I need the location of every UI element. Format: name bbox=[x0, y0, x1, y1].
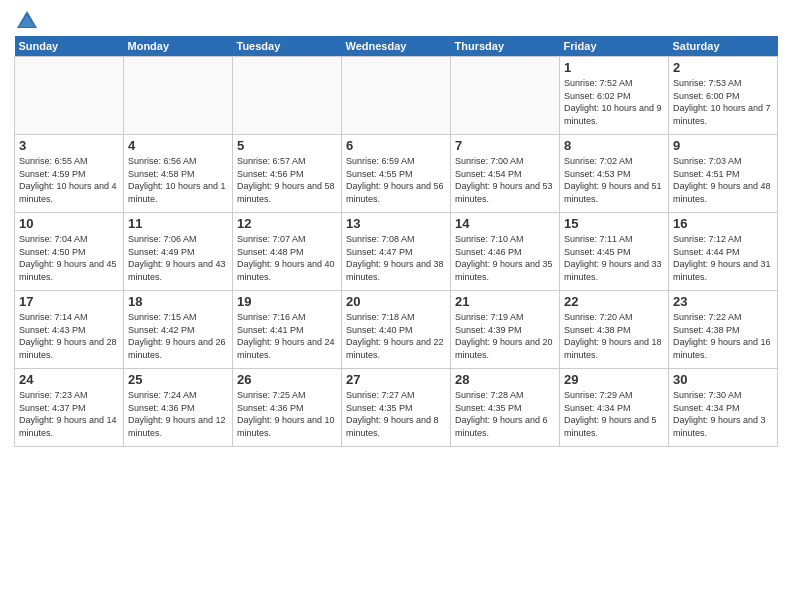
header-row bbox=[14, 10, 778, 30]
day-number: 13 bbox=[346, 216, 446, 231]
day-cell: 23Sunrise: 7:22 AM Sunset: 4:38 PM Dayli… bbox=[669, 291, 778, 369]
day-number: 21 bbox=[455, 294, 555, 309]
day-cell: 26Sunrise: 7:25 AM Sunset: 4:36 PM Dayli… bbox=[233, 369, 342, 447]
day-info: Sunrise: 7:12 AM Sunset: 4:44 PM Dayligh… bbox=[673, 233, 773, 283]
day-number: 6 bbox=[346, 138, 446, 153]
day-info: Sunrise: 7:22 AM Sunset: 4:38 PM Dayligh… bbox=[673, 311, 773, 361]
week-row-1: 3Sunrise: 6:55 AM Sunset: 4:59 PM Daylig… bbox=[15, 135, 778, 213]
day-info: Sunrise: 7:16 AM Sunset: 4:41 PM Dayligh… bbox=[237, 311, 337, 361]
day-number: 15 bbox=[564, 216, 664, 231]
week-row-4: 24Sunrise: 7:23 AM Sunset: 4:37 PM Dayli… bbox=[15, 369, 778, 447]
day-cell: 21Sunrise: 7:19 AM Sunset: 4:39 PM Dayli… bbox=[451, 291, 560, 369]
day-number: 23 bbox=[673, 294, 773, 309]
day-info: Sunrise: 7:07 AM Sunset: 4:48 PM Dayligh… bbox=[237, 233, 337, 283]
dow-sunday: Sunday bbox=[15, 36, 124, 57]
day-number: 17 bbox=[19, 294, 119, 309]
day-info: Sunrise: 6:57 AM Sunset: 4:56 PM Dayligh… bbox=[237, 155, 337, 205]
week-row-2: 10Sunrise: 7:04 AM Sunset: 4:50 PM Dayli… bbox=[15, 213, 778, 291]
day-number: 26 bbox=[237, 372, 337, 387]
day-cell: 11Sunrise: 7:06 AM Sunset: 4:49 PM Dayli… bbox=[124, 213, 233, 291]
day-number: 25 bbox=[128, 372, 228, 387]
day-info: Sunrise: 7:15 AM Sunset: 4:42 PM Dayligh… bbox=[128, 311, 228, 361]
logo-general bbox=[14, 10, 40, 30]
day-cell bbox=[233, 57, 342, 135]
week-row-0: 1Sunrise: 7:52 AM Sunset: 6:02 PM Daylig… bbox=[15, 57, 778, 135]
day-number: 8 bbox=[564, 138, 664, 153]
day-number: 12 bbox=[237, 216, 337, 231]
day-number: 27 bbox=[346, 372, 446, 387]
day-cell: 20Sunrise: 7:18 AM Sunset: 4:40 PM Dayli… bbox=[342, 291, 451, 369]
day-number: 1 bbox=[564, 60, 664, 75]
day-cell: 4Sunrise: 6:56 AM Sunset: 4:58 PM Daylig… bbox=[124, 135, 233, 213]
logo-text-block bbox=[14, 10, 40, 30]
day-info: Sunrise: 6:59 AM Sunset: 4:55 PM Dayligh… bbox=[346, 155, 446, 205]
day-cell bbox=[15, 57, 124, 135]
day-info: Sunrise: 7:11 AM Sunset: 4:45 PM Dayligh… bbox=[564, 233, 664, 283]
dow-friday: Friday bbox=[560, 36, 669, 57]
day-info: Sunrise: 7:18 AM Sunset: 4:40 PM Dayligh… bbox=[346, 311, 446, 361]
day-cell: 25Sunrise: 7:24 AM Sunset: 4:36 PM Dayli… bbox=[124, 369, 233, 447]
day-info: Sunrise: 6:55 AM Sunset: 4:59 PM Dayligh… bbox=[19, 155, 119, 205]
day-cell: 16Sunrise: 7:12 AM Sunset: 4:44 PM Dayli… bbox=[669, 213, 778, 291]
day-cell: 7Sunrise: 7:00 AM Sunset: 4:54 PM Daylig… bbox=[451, 135, 560, 213]
day-info: Sunrise: 7:20 AM Sunset: 4:38 PM Dayligh… bbox=[564, 311, 664, 361]
day-info: Sunrise: 7:02 AM Sunset: 4:53 PM Dayligh… bbox=[564, 155, 664, 205]
day-cell bbox=[124, 57, 233, 135]
day-number: 3 bbox=[19, 138, 119, 153]
day-number: 18 bbox=[128, 294, 228, 309]
day-info: Sunrise: 7:06 AM Sunset: 4:49 PM Dayligh… bbox=[128, 233, 228, 283]
day-number: 24 bbox=[19, 372, 119, 387]
calendar-table: SundayMondayTuesdayWednesdayThursdayFrid… bbox=[14, 36, 778, 447]
logo bbox=[14, 10, 40, 30]
day-cell: 6Sunrise: 6:59 AM Sunset: 4:55 PM Daylig… bbox=[342, 135, 451, 213]
day-info: Sunrise: 7:00 AM Sunset: 4:54 PM Dayligh… bbox=[455, 155, 555, 205]
day-number: 10 bbox=[19, 216, 119, 231]
day-info: Sunrise: 6:56 AM Sunset: 4:58 PM Dayligh… bbox=[128, 155, 228, 205]
day-number: 9 bbox=[673, 138, 773, 153]
day-cell: 22Sunrise: 7:20 AM Sunset: 4:38 PM Dayli… bbox=[560, 291, 669, 369]
day-number: 4 bbox=[128, 138, 228, 153]
day-cell: 29Sunrise: 7:29 AM Sunset: 4:34 PM Dayli… bbox=[560, 369, 669, 447]
day-number: 7 bbox=[455, 138, 555, 153]
calendar-body: 1Sunrise: 7:52 AM Sunset: 6:02 PM Daylig… bbox=[15, 57, 778, 447]
dow-saturday: Saturday bbox=[669, 36, 778, 57]
logo-icon bbox=[16, 10, 38, 30]
day-cell: 1Sunrise: 7:52 AM Sunset: 6:02 PM Daylig… bbox=[560, 57, 669, 135]
day-info: Sunrise: 7:08 AM Sunset: 4:47 PM Dayligh… bbox=[346, 233, 446, 283]
day-cell: 24Sunrise: 7:23 AM Sunset: 4:37 PM Dayli… bbox=[15, 369, 124, 447]
day-cell: 28Sunrise: 7:28 AM Sunset: 4:35 PM Dayli… bbox=[451, 369, 560, 447]
day-number: 29 bbox=[564, 372, 664, 387]
day-of-week-header: SundayMondayTuesdayWednesdayThursdayFrid… bbox=[15, 36, 778, 57]
day-info: Sunrise: 7:19 AM Sunset: 4:39 PM Dayligh… bbox=[455, 311, 555, 361]
day-cell: 13Sunrise: 7:08 AM Sunset: 4:47 PM Dayli… bbox=[342, 213, 451, 291]
day-cell: 5Sunrise: 6:57 AM Sunset: 4:56 PM Daylig… bbox=[233, 135, 342, 213]
day-number: 16 bbox=[673, 216, 773, 231]
day-info: Sunrise: 7:04 AM Sunset: 4:50 PM Dayligh… bbox=[19, 233, 119, 283]
day-info: Sunrise: 7:27 AM Sunset: 4:35 PM Dayligh… bbox=[346, 389, 446, 439]
day-cell: 14Sunrise: 7:10 AM Sunset: 4:46 PM Dayli… bbox=[451, 213, 560, 291]
dow-tuesday: Tuesday bbox=[233, 36, 342, 57]
day-cell: 15Sunrise: 7:11 AM Sunset: 4:45 PM Dayli… bbox=[560, 213, 669, 291]
day-info: Sunrise: 7:23 AM Sunset: 4:37 PM Dayligh… bbox=[19, 389, 119, 439]
day-number: 2 bbox=[673, 60, 773, 75]
day-cell: 27Sunrise: 7:27 AM Sunset: 4:35 PM Dayli… bbox=[342, 369, 451, 447]
day-info: Sunrise: 7:25 AM Sunset: 4:36 PM Dayligh… bbox=[237, 389, 337, 439]
day-cell bbox=[451, 57, 560, 135]
day-number: 19 bbox=[237, 294, 337, 309]
day-number: 30 bbox=[673, 372, 773, 387]
day-number: 22 bbox=[564, 294, 664, 309]
day-info: Sunrise: 7:14 AM Sunset: 4:43 PM Dayligh… bbox=[19, 311, 119, 361]
day-number: 28 bbox=[455, 372, 555, 387]
day-info: Sunrise: 7:28 AM Sunset: 4:35 PM Dayligh… bbox=[455, 389, 555, 439]
day-number: 11 bbox=[128, 216, 228, 231]
day-cell: 19Sunrise: 7:16 AM Sunset: 4:41 PM Dayli… bbox=[233, 291, 342, 369]
day-info: Sunrise: 7:10 AM Sunset: 4:46 PM Dayligh… bbox=[455, 233, 555, 283]
day-number: 5 bbox=[237, 138, 337, 153]
day-info: Sunrise: 7:53 AM Sunset: 6:00 PM Dayligh… bbox=[673, 77, 773, 127]
day-cell: 10Sunrise: 7:04 AM Sunset: 4:50 PM Dayli… bbox=[15, 213, 124, 291]
week-row-3: 17Sunrise: 7:14 AM Sunset: 4:43 PM Dayli… bbox=[15, 291, 778, 369]
day-info: Sunrise: 7:30 AM Sunset: 4:34 PM Dayligh… bbox=[673, 389, 773, 439]
main-container: SundayMondayTuesdayWednesdayThursdayFrid… bbox=[0, 0, 792, 453]
day-number: 20 bbox=[346, 294, 446, 309]
day-number: 14 bbox=[455, 216, 555, 231]
